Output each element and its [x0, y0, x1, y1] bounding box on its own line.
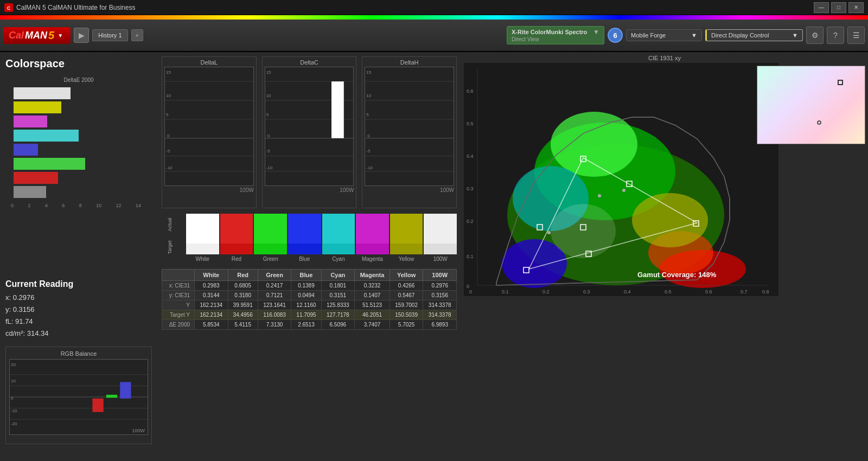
reading-cdm2: cd/m²: 314.34	[5, 328, 152, 340]
rgb-balance-title: RGB Balance	[9, 350, 148, 357]
patch-cyan: Cyan	[322, 214, 355, 262]
app-title: CalMAN 5 CalMAN Ultimate for Business	[16, 4, 135, 11]
device-number-badge: 6	[608, 28, 623, 43]
bar-row-white	[14, 87, 152, 99]
cie-title: CIE 1931 xy	[464, 55, 865, 61]
patch-yellow: Yellow	[390, 214, 423, 262]
svg-text:0.5: 0.5	[665, 289, 672, 294]
delta-c-area: 15 10 5 0 -5 -10	[265, 67, 354, 186]
svg-text:0.7: 0.7	[741, 289, 748, 294]
display-selector[interactable]: Direct Display Control ▼	[705, 29, 803, 41]
calman-logo[interactable]: CalMAN5 ▼	[3, 27, 71, 44]
bar-row-100w	[14, 186, 152, 198]
svg-text:0.6: 0.6	[705, 289, 712, 294]
patch-magenta: Magenta	[356, 214, 389, 262]
section-title: Colorspace	[5, 57, 152, 70]
table-row-x: x: CIE31 0.2983 0.6805 0.2417 0.1389 0.1…	[162, 281, 457, 291]
play-button[interactable]: ▶	[74, 28, 89, 43]
bar-row-cyan	[14, 130, 152, 142]
svg-text:0.1: 0.1	[467, 254, 474, 259]
svg-point-56	[551, 204, 616, 258]
bar-row-red	[14, 172, 152, 184]
rgb-balance-chart: RGB Balance 100W 20	[5, 347, 152, 444]
color-preview-marker2	[817, 120, 821, 125]
middle-panel: DeltaL 15 10 5 0 -5 -10	[157, 52, 461, 461]
row-label-Y: Y	[162, 300, 195, 310]
minimize-button[interactable]: —	[814, 2, 829, 13]
svg-text:0.4: 0.4	[467, 153, 474, 159]
svg-text:0.8: 0.8	[762, 289, 769, 294]
delta-l-xlabel: 100W	[164, 187, 254, 193]
svg-point-68	[547, 231, 551, 234]
delta-h-title: DeltaH	[365, 59, 454, 66]
patches-table-area: Actual Target White Red	[162, 214, 457, 262]
delta-l-title: DeltaL	[164, 59, 254, 66]
svg-text:0: 0	[467, 284, 469, 289]
col-label	[162, 270, 195, 281]
svg-text:0.2: 0.2	[467, 219, 474, 224]
delta-h-area: 15 10 5 0 -5 -10	[365, 67, 454, 186]
reading-y: y: 0.3156	[5, 304, 152, 316]
table-row-targetY: Target Y 162.2134 34.4956 116.0083 11.70…	[162, 310, 457, 320]
bar-row-magenta	[14, 116, 152, 127]
row-label-de2000: ΔE 2000	[162, 320, 195, 330]
reading-fl: fL: 91.74	[5, 316, 152, 328]
svg-text:C: C	[7, 5, 11, 11]
bar-row-yellow	[14, 101, 152, 113]
add-tab-button[interactable]: +	[131, 29, 143, 41]
col-yellow: Yellow	[390, 270, 423, 281]
help-button[interactable]: ?	[827, 27, 844, 44]
col-magenta: Magenta	[355, 270, 390, 281]
col-100w: 100W	[423, 270, 457, 281]
color-preview	[757, 66, 865, 144]
app-icon: C	[4, 3, 13, 12]
rainbow-bar	[0, 15, 868, 20]
patch-green: Green	[254, 214, 287, 262]
svg-text:Gamut Coverage:  148%: Gamut Coverage: 148%	[637, 271, 717, 279]
svg-point-66	[598, 194, 601, 197]
svg-text:0.6: 0.6	[467, 88, 474, 94]
delta-charts-row: DeltaL 15 10 5 0 -5 -10	[162, 56, 457, 208]
svg-text:0.4: 0.4	[624, 289, 631, 294]
history-tab[interactable]: History 1	[92, 29, 127, 41]
patches-row: Actual Target White Red	[162, 214, 457, 262]
svg-rect-22	[331, 81, 344, 138]
delta-c-chart: DeltaC 15 10 5 0	[262, 56, 357, 208]
bar-chart	[11, 85, 152, 201]
svg-text:0.3: 0.3	[583, 289, 590, 294]
extra-button[interactable]: ☰	[847, 27, 865, 44]
svg-text:0.2: 0.2	[542, 289, 550, 294]
svg-rect-9	[120, 382, 131, 399]
device-selector[interactable]: X-Rite ColorMunki Spectro ▼ Direct View	[507, 26, 604, 44]
col-blue: Blue	[291, 270, 321, 281]
reading-x: x: 0.2976	[5, 292, 152, 304]
titlebar: C CalMAN 5 CalMAN Ultimate for Business …	[0, 0, 868, 15]
svg-rect-8	[106, 395, 117, 398]
svg-point-67	[622, 189, 626, 192]
close-button[interactable]: ✕	[848, 2, 864, 13]
axis-row: 0 2 4 6 8 10 12 14	[11, 203, 141, 208]
table-row-y: y: CIE31 0.3144 0.3180 0.7121 0.0494 0.3…	[162, 291, 457, 300]
table-row-Y: Y 162.2134 39.9591 123.1641 12.1160 125.…	[162, 300, 457, 310]
left-panel: Colorspace DeltaE 2000	[0, 52, 157, 461]
svg-point-55	[632, 193, 708, 247]
titlebar-controls: — □ ✕	[814, 2, 864, 13]
reading-title: Current Reading	[5, 279, 152, 289]
svg-text:0.5: 0.5	[467, 121, 474, 126]
deltae-label: DeltaE 2000	[5, 77, 152, 83]
logo-dropdown[interactable]: ▼	[55, 33, 65, 39]
row-label-y: y: CIE31	[162, 291, 195, 300]
forge-selector[interactable]: Mobile Forge ▼	[626, 29, 702, 41]
rgb-chart-area: 100W 20 10 0 -10 -20	[9, 359, 148, 435]
measurements-table: White Red Green Blue Cyan Magenta Yellow…	[162, 269, 457, 330]
delta-h-chart: DeltaH 15 10 5 0 -5 -10	[362, 56, 457, 208]
current-reading: Current Reading x: 0.2976 y: 0.3156 fL: …	[5, 279, 152, 340]
delta-l-chart: DeltaL 15 10 5 0 -5 -10	[162, 56, 257, 208]
svg-text:0.1: 0.1	[502, 289, 509, 294]
delta-c-xlabel: 100W	[265, 187, 354, 193]
deltae-chart: DeltaE 2000	[5, 77, 152, 272]
main-content: Colorspace DeltaE 2000	[0, 52, 868, 461]
color-preview-marker1	[838, 80, 843, 85]
settings-button[interactable]: ⚙	[806, 27, 824, 44]
maximize-button[interactable]: □	[831, 2, 846, 13]
